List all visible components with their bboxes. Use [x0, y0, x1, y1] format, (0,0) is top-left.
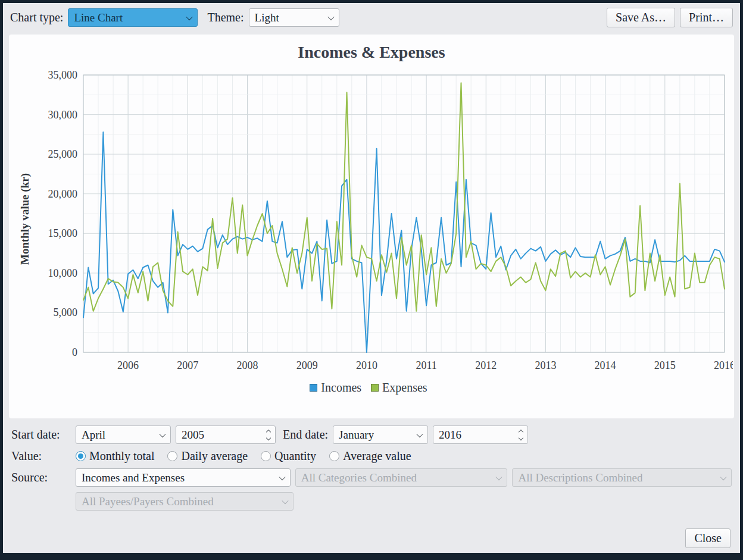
chevron-down-icon	[282, 497, 288, 503]
source-label: Source:	[11, 471, 71, 484]
expenses-legend-label: Expenses	[382, 381, 427, 395]
svg-text:20,000: 20,000	[48, 188, 78, 200]
chevron-down-icon	[720, 473, 726, 480]
svg-text:25,000: 25,000	[48, 148, 78, 160]
end-month-select[interactable]: January	[333, 426, 428, 444]
y-axis-label: Monthly value (kr)	[17, 88, 33, 350]
chart-dialog-window: Chart type: Line Chart Theme: Light Save…	[0, 0, 743, 560]
theme-select[interactable]: Light	[249, 8, 339, 27]
start-date-label: Start date:	[11, 428, 71, 442]
start-year-value: 2005	[182, 428, 267, 442]
svg-text:0: 0	[72, 346, 77, 358]
chevron-down-icon	[186, 13, 193, 20]
svg-text:2014: 2014	[595, 359, 616, 371]
radio-daily-average[interactable]: Daily average	[167, 449, 248, 463]
value-label: Value:	[11, 449, 71, 463]
radio-label: Daily average	[181, 449, 248, 463]
source-description-value: All Descriptions Combined	[518, 471, 642, 484]
start-month-value: April	[82, 428, 105, 442]
source-account-select[interactable]: Incomes and Expenses	[76, 468, 291, 487]
date-range-row: Start date: April 2005 End date: January…	[11, 426, 732, 444]
source-account-value: Incomes and Expenses	[82, 471, 185, 484]
end-year-spinner[interactable]: 2016	[433, 426, 528, 444]
radio-average-value[interactable]: Average value	[329, 449, 411, 463]
start-year-spinner[interactable]: 2005	[176, 426, 276, 444]
incomes-legend-swatch	[310, 384, 317, 392]
chart-svg: 05,00010,00015,00020,00025,00030,00035,0…	[9, 68, 733, 377]
chart-type-label: Chart type:	[10, 11, 63, 24]
svg-text:2009: 2009	[296, 359, 318, 371]
radio-quantity[interactable]: Quantity	[261, 449, 316, 463]
chart-type-select[interactable]: Line Chart	[68, 8, 198, 27]
spinner-arrows-icon[interactable]	[267, 430, 271, 440]
source-row-2: All Payees/Payers Combined	[11, 492, 732, 511]
toolbar: Chart type: Line Chart Theme: Light Save…	[3, 3, 740, 32]
end-date-label: End date:	[283, 428, 328, 442]
incomes-legend-label: Incomes	[321, 381, 361, 395]
chevron-down-icon	[279, 473, 285, 480]
end-month-value: January	[339, 428, 374, 442]
svg-text:2007: 2007	[177, 359, 198, 371]
radio-label: Quantity	[274, 449, 316, 463]
end-year-value: 2016	[439, 428, 519, 442]
svg-text:2010: 2010	[356, 359, 377, 371]
chevron-down-icon	[327, 13, 334, 20]
save-as-button[interactable]: Save As…	[607, 8, 675, 27]
svg-text:2016: 2016	[714, 359, 733, 371]
svg-text:2011: 2011	[416, 359, 436, 371]
radio-icon	[167, 451, 177, 461]
start-month-select[interactable]: April	[76, 426, 171, 444]
radio-icon	[261, 451, 271, 461]
print-button[interactable]: Print…	[680, 8, 733, 27]
svg-text:10,000: 10,000	[48, 267, 78, 279]
chart-title: Incomes & Expenses	[9, 35, 734, 68]
close-button[interactable]: Close	[685, 528, 730, 548]
svg-text:2015: 2015	[654, 359, 676, 371]
chart-legend: Incomes Expenses	[9, 381, 734, 395]
source-category-value: All Categories Combined	[301, 471, 417, 484]
radio-icon	[76, 451, 86, 461]
svg-text:2012: 2012	[475, 359, 497, 371]
svg-text:2013: 2013	[535, 359, 556, 371]
svg-text:2008: 2008	[237, 359, 258, 371]
source-description-select[interactable]: All Descriptions Combined	[512, 468, 732, 487]
radio-icon	[329, 451, 339, 461]
source-row: Source: Incomes and Expenses All Categor…	[11, 468, 732, 487]
source-payee-select[interactable]: All Payees/Payers Combined	[76, 492, 294, 511]
svg-text:30,000: 30,000	[48, 109, 78, 121]
radio-monthly-total[interactable]: Monthly total	[76, 449, 154, 463]
source-category-select[interactable]: All Categories Combined	[295, 468, 508, 487]
source-payee-value: All Payees/Payers Combined	[82, 495, 214, 508]
svg-text:15,000: 15,000	[48, 227, 78, 239]
svg-text:2006: 2006	[117, 359, 139, 371]
spinner-arrows-icon[interactable]	[519, 430, 524, 440]
chevron-down-icon	[416, 430, 423, 437]
radio-label: Monthly total	[89, 449, 154, 463]
value-row: Value: Monthly total Daily average Quant…	[11, 449, 732, 463]
svg-text:5,000: 5,000	[54, 306, 78, 318]
theme-label: Theme:	[207, 11, 243, 24]
controls-panel: Start date: April 2005 End date: January…	[11, 426, 732, 511]
radio-label: Average value	[343, 449, 411, 463]
expenses-legend-swatch	[371, 384, 379, 392]
svg-text:35,000: 35,000	[48, 69, 78, 81]
chart-type-value: Line Chart	[74, 11, 123, 24]
chevron-down-icon	[496, 473, 502, 480]
theme-value: Light	[255, 11, 279, 24]
close-row: Close	[13, 513, 730, 553]
chart-panel: Incomes & Expenses Monthly value (kr) 05…	[9, 35, 734, 418]
chevron-down-icon	[159, 430, 166, 437]
